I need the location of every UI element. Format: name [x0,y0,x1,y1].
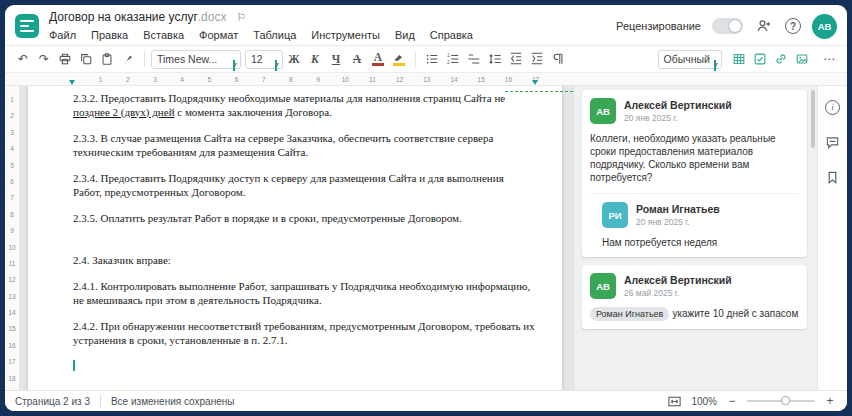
comment-reply[interactable]: РИ Роман Игнатьев 20 янв 2025 г. Нам пот… [590,193,799,249]
svg-text:1: 1 [447,53,450,58]
paragraph-text: с момента заключения Договора. [175,106,332,118]
font-size-value: 12 [251,53,263,65]
insert-image-icon[interactable] [792,49,812,69]
toolbar-separator [144,51,145,67]
toggle-knob [729,20,741,32]
paragraph-style-select[interactable]: Обычный ▾ [658,50,722,69]
zoom-in-button[interactable]: + [823,394,837,408]
reply-avatar: РИ [602,202,628,228]
redo-button[interactable]: ↷ [34,49,54,69]
menu-item[interactable]: Вид [395,29,415,41]
menu-item[interactable]: Вставка [143,29,184,41]
menu-item[interactable]: Справка [430,29,473,41]
ruler-number: 12 [386,76,413,83]
strikethrough-button[interactable]: А [347,49,367,69]
font-family-select[interactable]: Times New... ▾ [151,50,241,69]
ruler-number: 11 [5,260,19,276]
comments-panel: АВ Алексей Вертинский 20 янв 2025 г. Кол… [573,86,817,390]
ruler-number: 4 [5,145,19,161]
tracked-insertion: позднее 2 (двух) дней [73,106,175,118]
increase-indent-icon[interactable] [527,49,547,69]
bookmark-icon[interactable] [824,168,842,186]
help-icon[interactable]: ? [785,18,801,34]
more-tools-button[interactable]: ⋯ [819,49,839,69]
bold-button[interactable]: Ж [284,49,304,69]
underline-button[interactable]: Ч [326,49,346,69]
zoom-slider[interactable] [747,400,815,402]
editor-window: Договор на оказание услуг .docx ⚐ ФайлПр… [5,5,847,411]
highlight-button[interactable] [389,49,409,69]
title-menu-block: Договор на оказание услуг .docx ⚐ ФайлПр… [49,8,616,44]
user-avatar[interactable]: АВ [812,14,837,39]
bullet-list-icon[interactable] [422,49,442,69]
ruler-number: 10 [5,244,19,260]
ruler-number: 4 [169,76,196,83]
menu-item[interactable]: Инструменты [311,29,380,41]
highlight-color-bar [393,63,405,66]
ruler-number: 10 [332,76,359,83]
numbered-list-icon[interactable]: 1 2 [443,49,463,69]
ruler-number: 5 [196,76,223,83]
font-size-select[interactable]: 12 ▾ [245,50,283,69]
comment-author: Алексей Вертинский [624,274,732,286]
document-canvas: 2.3.2. Предоставить Подрядчику необходим… [20,86,573,390]
info-icon[interactable]: i [824,98,842,116]
line-spacing-icon[interactable] [485,49,505,69]
desktop-background: Договор на оказание услуг .docx ⚐ ФайлПр… [0,0,852,416]
paste-icon[interactable] [97,49,117,69]
fit-width-icon[interactable] [665,392,683,410]
ruler-number: 2 [5,112,19,128]
favorite-flag-icon[interactable]: ⚐ [236,11,246,24]
menu-item[interactable]: Таблица [253,29,296,41]
app-logo-icon[interactable] [15,14,39,38]
multilevel-list-icon[interactable] [464,49,484,69]
undo-button[interactable]: ↶ [13,49,33,69]
ruler-number: 16 [5,342,19,358]
format-painter-icon[interactable] [118,49,138,69]
vertical-ruler[interactable]: 123456789101112131415161718 [5,86,20,390]
comment-text: Коллеги, необходимо указать реальные сро… [590,132,799,184]
zoom-value[interactable]: 100% [691,396,717,407]
decrease-indent-icon[interactable] [506,49,526,69]
menu-item[interactable]: Формат [199,29,238,41]
comment-card[interactable]: АВ Алексей Вертинский 26 май 2025 г. Ром… [582,265,807,329]
menu-item[interactable]: Правка [91,29,128,41]
zoom-slider-knob[interactable] [781,396,790,405]
italic-button[interactable]: К [305,49,325,69]
menu-item[interactable]: Файл [49,29,76,41]
font-color-button[interactable]: А [368,49,388,69]
copy-icon[interactable] [76,49,96,69]
chevron-down-icon: ▾ [275,60,277,71]
paragraph-text: 2.3.2. Предоставить Подрядчику необходим… [73,92,505,104]
ruler-number: 6 [5,178,19,194]
user-mention-chip[interactable]: Роман Игнатьев [590,307,669,321]
ruler-number: 2 [114,76,141,83]
chevron-down-icon: ▾ [233,60,235,71]
toolbar-separator [415,51,416,67]
ruler-number: 17 [5,358,19,374]
reply-text: Нам потребуется неделя [602,236,799,249]
ruler-number: 15 [5,325,19,341]
chat-icon[interactable] [824,133,842,151]
ruler-number: 1 [5,96,19,112]
insert-table-icon[interactable] [729,49,749,69]
print-icon[interactable] [55,49,75,69]
indent-marker-left[interactable] [69,80,75,85]
add-user-icon[interactable] [754,16,774,36]
indent-marker-right[interactable] [532,80,538,85]
menubar: ФайлПравкаВставкаФорматТаблицаИнструмент… [49,26,616,44]
insert-checkbox-icon[interactable] [750,49,770,69]
zoom-out-button[interactable]: − [725,394,739,408]
insert-link-icon[interactable] [771,49,791,69]
comment-card[interactable]: АВ Алексей Вертинский 20 янв 2025 г. Кол… [582,90,807,257]
ruler-number: 3 [5,129,19,145]
document-page[interactable]: 2.3.2. Предоставить Подрядчику необходим… [28,86,562,390]
comment-author: Алексей Вертинский [624,99,732,111]
info-letter: i [825,100,840,115]
paragraph-settings-icon[interactable] [548,49,568,69]
horizontal-ruler[interactable]: 1234567891011121314151617 [5,73,847,86]
page-indicator[interactable]: Страница 2 из 3 [15,396,90,407]
comment-header: АВ Алексей Вертинский 26 май 2025 г. [590,273,799,299]
comments-scrollbar[interactable] [811,90,815,148]
review-toggle[interactable] [712,18,743,34]
